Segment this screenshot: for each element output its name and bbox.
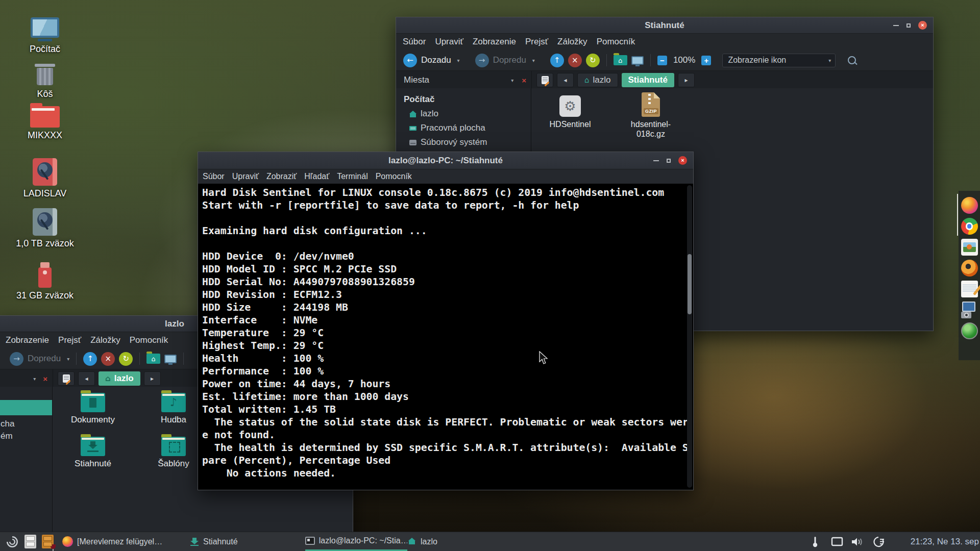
menu-subor[interactable]: Súbor <box>403 37 426 47</box>
minimize-icon[interactable] <box>653 160 659 161</box>
forward-label[interactable]: Dopredu <box>493 55 526 65</box>
chevron-down-icon[interactable]: ▾ <box>532 58 535 63</box>
fm2-sidebar-item-fragment[interactable]: cha <box>0 415 52 430</box>
desktop-icon-volume-1tb[interactable]: 1,0 TB zväzok <box>17 208 73 249</box>
view-mode-dropdown[interactable]: Zobrazenie ikon ▾ <box>722 54 836 67</box>
menu-upravit[interactable]: Upraviť <box>435 37 463 47</box>
zoom-out-icon[interactable]: − <box>657 56 667 65</box>
close-sidebar-icon[interactable]: × <box>522 76 526 85</box>
tab-list-button[interactable] <box>536 73 553 87</box>
menu-pomocnik[interactable]: Pomocník <box>376 172 412 181</box>
restore-icon[interactable] <box>906 23 911 28</box>
up-icon[interactable]: ↑ <box>550 54 564 67</box>
fm2-sidebar-selected-row[interactable] <box>0 400 52 415</box>
task-lazlo-window[interactable]: lazlo <box>408 532 444 551</box>
desktop-icon-trash[interactable]: Kôš <box>17 62 73 99</box>
task-firefox-window[interactable]: [Merevlemez felügyel… <box>62 532 190 551</box>
file-item-hdsentinel-gz[interactable]: GZIP hdsentinel- 018c.gz <box>612 92 690 139</box>
chevron-down-icon[interactable]: ▾ <box>67 356 69 362</box>
close-icon[interactable]: × <box>918 21 927 30</box>
red-folder-icon <box>30 106 60 128</box>
desktop-icon-volume-31gb[interactable]: 31 GB zväzok <box>17 261 73 301</box>
screenshot-tool-icon[interactable] <box>961 302 978 318</box>
restore-icon[interactable] <box>667 159 671 163</box>
tab-stiahnute[interactable]: Stiahnuté <box>622 73 674 87</box>
menu-subor[interactable]: Súbor <box>203 172 225 181</box>
computer-icon[interactable] <box>164 355 177 363</box>
tab-list-button[interactable] <box>58 371 75 386</box>
menu-button[interactable] <box>4 532 20 551</box>
terminal-scrollbar[interactable] <box>687 185 692 488</box>
menu-upravit[interactable]: Upraviť <box>232 172 259 181</box>
zoom-in-icon[interactable]: + <box>701 56 711 65</box>
sidebar-item-suborovy-system[interactable]: Súborový systém <box>396 135 531 149</box>
menu-prejst[interactable]: Prejsť <box>58 335 81 345</box>
thermometer-tray-icon[interactable] <box>809 532 821 551</box>
refresh-icon[interactable]: ↻ <box>119 352 133 366</box>
fm-titlebar[interactable]: Stiahnuté × <box>396 17 933 34</box>
firefox-icon[interactable] <box>961 197 978 214</box>
computer-icon[interactable] <box>631 56 644 65</box>
up-icon[interactable]: ↑ <box>83 352 97 366</box>
xnview-icon[interactable] <box>961 260 978 277</box>
forward-label[interactable]: Dopredu <box>28 354 61 364</box>
forward-icon[interactable]: → <box>10 352 23 366</box>
tab-scroll-left-button[interactable]: ◂ <box>557 73 574 87</box>
sidebar-header-label[interactable]: Miesta <box>404 75 429 85</box>
tab-scroll-right-button[interactable]: ▸ <box>144 371 161 386</box>
menu-zalozky[interactable]: Záložky <box>557 37 587 47</box>
chevron-down-icon[interactable]: ▾ <box>33 376 36 382</box>
menu-pomocnik[interactable]: Pomocník <box>130 335 168 345</box>
close-sidebar-icon[interactable]: × <box>43 374 47 383</box>
menu-terminal[interactable]: Terminál <box>337 172 368 181</box>
search-icon[interactable] <box>848 56 856 64</box>
volume-tray-icon[interactable] <box>849 532 865 551</box>
forward-icon[interactable]: → <box>475 54 489 67</box>
sidebar-item-pracovna-plocha[interactable]: Pracovná plocha <box>396 121 531 135</box>
file-manager-launcher[interactable] <box>24 532 36 551</box>
notes-icon[interactable] <box>961 281 978 297</box>
tab-lazlo[interactable]: ⌂ lazlo <box>577 73 618 87</box>
terminal-output[interactable]: Hard Disk Sentinel for LINUX console 0.1… <box>199 184 693 489</box>
sidebar-item-lazlo[interactable]: lazlo <box>396 107 531 121</box>
tab-scroll-right-button[interactable]: ▸ <box>678 73 695 87</box>
menu-zobrazenie[interactable]: Zobrazenie <box>6 335 49 345</box>
display-tray-icon[interactable] <box>829 532 845 551</box>
stop-icon[interactable]: × <box>568 54 582 67</box>
terminal-scrollbar-thumb[interactable] <box>688 254 692 314</box>
desktop-icon-folder-mikxxx[interactable]: MIKXXX <box>17 102 73 141</box>
tab-lazlo[interactable]: ⌂ lazlo <box>99 371 140 386</box>
recorder-icon[interactable] <box>961 322 978 339</box>
menu-hladat[interactable]: Hľadať <box>304 172 329 181</box>
desktop-icon-drive-ladislav[interactable]: LADISLAV <box>17 158 73 199</box>
close-icon[interactable]: × <box>678 156 687 165</box>
menu-prejst[interactable]: Prejsť <box>525 37 548 47</box>
chevron-down-icon[interactable]: ▾ <box>511 78 513 83</box>
task-stiahnute-window[interactable]: Stiahnuté <box>190 532 250 551</box>
power-tray-icon[interactable] <box>871 532 888 551</box>
menu-zobrazenie[interactable]: Zobrazenie <box>473 37 516 47</box>
clock[interactable]: 21:23, Ne 13. sep <box>911 532 979 551</box>
fm2-sidebar-item-fragment[interactable]: ém <box>0 430 52 442</box>
folder-item-dokumenty[interactable]: Dokumenty <box>53 393 133 424</box>
back-label[interactable]: Dozadu <box>421 55 451 65</box>
menu-pomocnik[interactable]: Pomocník <box>597 37 635 47</box>
image-viewer-icon[interactable] <box>961 239 978 256</box>
folder-item-stiahnute[interactable]: Stiahnuté <box>53 437 133 468</box>
desktop-icon-computer[interactable]: Počítač <box>17 17 73 55</box>
minimize-icon[interactable] <box>893 25 899 26</box>
menu-zobrazit[interactable]: Zobraziť <box>266 172 297 181</box>
task-terminal-window[interactable]: lazlo@lazlo-PC: ~/Stia… <box>305 532 407 551</box>
refresh-icon[interactable]: ↻ <box>586 54 600 67</box>
home-folder-icon[interactable]: ⌂ <box>146 354 160 364</box>
tab-scroll-left-button[interactable]: ◂ <box>78 371 95 386</box>
wine-launcher[interactable] <box>42 532 54 551</box>
home-folder-icon[interactable]: ⌂ <box>614 55 627 65</box>
terminal-titlebar[interactable]: lazlo@lazlo-PC: ~/Stiahnuté × <box>198 152 693 169</box>
chrome-icon[interactable] <box>961 218 978 235</box>
menu-zalozky[interactable]: Záložky <box>90 335 120 345</box>
file-item-hdsentinel[interactable]: ⚙ HDSentinel <box>531 95 609 129</box>
back-icon[interactable]: ← <box>403 54 417 67</box>
chevron-down-icon[interactable]: ▾ <box>457 58 460 63</box>
stop-icon[interactable]: × <box>101 352 115 366</box>
